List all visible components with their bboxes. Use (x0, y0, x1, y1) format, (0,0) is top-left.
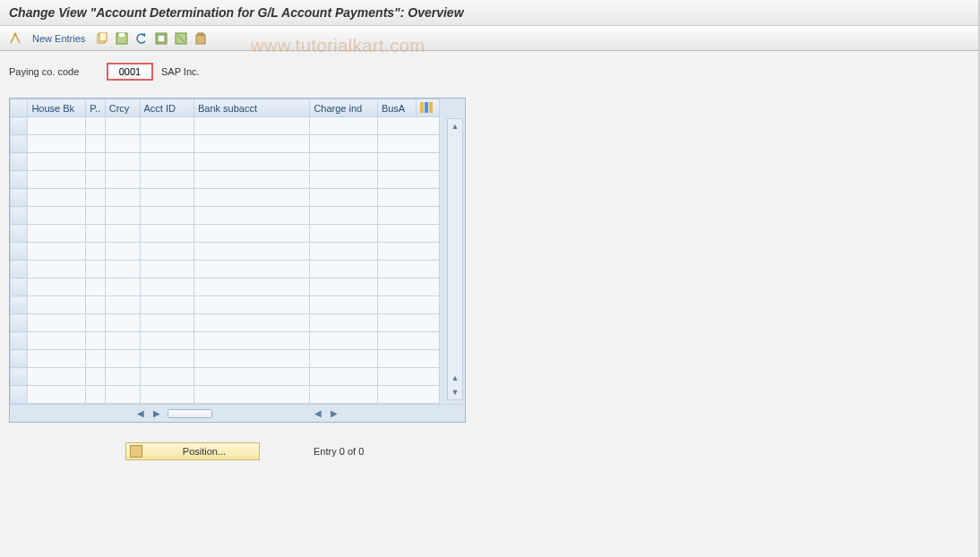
table-row[interactable] (11, 278, 440, 296)
table-row[interactable] (11, 261, 440, 278)
cell-p[interactable] (86, 207, 106, 225)
row-selector[interactable] (11, 117, 28, 135)
scroll-thumb[interactable] (168, 409, 212, 418)
col-header-acct-id[interactable]: Acct ID (140, 99, 193, 117)
scroll-right-last-icon[interactable]: ▶ (329, 408, 340, 418)
row-selector[interactable] (11, 135, 28, 153)
cell-acct-id[interactable] (140, 225, 193, 243)
cell-house-bk[interactable] (28, 189, 86, 207)
cell-crcy[interactable] (105, 225, 140, 243)
cell-house-bk[interactable] (28, 207, 86, 225)
cell-bank-subacct[interactable] (193, 261, 309, 278)
cell-busa[interactable] (377, 171, 439, 189)
cell-busa[interactable] (377, 189, 439, 207)
cell-acct-id[interactable] (140, 189, 193, 207)
col-header-charge-ind[interactable]: Charge ind (310, 99, 378, 117)
table-row[interactable] (11, 314, 440, 332)
table-row[interactable] (11, 153, 440, 171)
cell-charge-ind[interactable] (310, 135, 378, 153)
cell-charge-ind[interactable] (310, 153, 378, 171)
cell-busa[interactable] (377, 243, 439, 261)
row-selector[interactable] (11, 171, 28, 189)
cell-house-bk[interactable] (28, 332, 86, 350)
cell-charge-ind[interactable] (310, 225, 378, 243)
horizontal-scrollbar[interactable]: ◀ ▶ ◀ ▶ (10, 404, 465, 422)
cell-busa[interactable] (377, 314, 439, 332)
cell-p[interactable] (86, 386, 106, 404)
cell-acct-id[interactable] (140, 117, 193, 135)
cell-p[interactable] (86, 243, 106, 261)
cell-p[interactable] (86, 261, 106, 278)
cell-acct-id[interactable] (140, 243, 193, 261)
cell-p[interactable] (86, 225, 106, 243)
cell-bank-subacct[interactable] (193, 189, 309, 207)
cell-busa[interactable] (377, 368, 439, 386)
cell-p[interactable] (86, 296, 106, 314)
cell-p[interactable] (86, 135, 106, 153)
cell-busa[interactable] (377, 117, 439, 135)
cell-p[interactable] (86, 153, 106, 171)
cell-charge-ind[interactable] (310, 243, 378, 261)
cell-charge-ind[interactable] (310, 350, 378, 368)
cell-busa[interactable] (377, 278, 439, 296)
cell-p[interactable] (86, 278, 106, 296)
cell-charge-ind[interactable] (310, 386, 378, 404)
table-row[interactable] (11, 117, 440, 135)
col-header-bank-subacct[interactable]: Bank subacct (193, 99, 309, 117)
configure-columns-icon[interactable] (417, 99, 440, 117)
cell-charge-ind[interactable] (310, 332, 378, 350)
cell-charge-ind[interactable] (310, 207, 378, 225)
row-selector[interactable] (11, 386, 28, 404)
cell-crcy[interactable] (105, 153, 140, 171)
table-row[interactable] (11, 135, 440, 153)
cell-house-bk[interactable] (28, 386, 86, 404)
cell-acct-id[interactable] (140, 171, 193, 189)
cell-crcy[interactable] (105, 117, 140, 135)
col-header-crcy[interactable]: Crcy (105, 99, 140, 117)
scroll-left-first-icon[interactable]: ◀ (135, 408, 146, 418)
cell-busa[interactable] (377, 350, 439, 368)
cell-bank-subacct[interactable] (193, 153, 309, 171)
cell-crcy[interactable] (105, 278, 140, 296)
row-selector[interactable] (11, 225, 28, 243)
cell-crcy[interactable] (105, 207, 140, 225)
cell-bank-subacct[interactable] (193, 332, 309, 350)
scroll-right-icon[interactable]: ◀ (313, 408, 323, 418)
cell-bank-subacct[interactable] (193, 350, 309, 368)
cell-bank-subacct[interactable] (193, 314, 309, 332)
scroll-left-icon[interactable]: ▶ (151, 408, 162, 418)
cell-charge-ind[interactable] (310, 117, 378, 135)
row-selector[interactable] (11, 261, 28, 278)
scroll-up-icon[interactable]: ▲ (448, 119, 462, 133)
col-header-busa[interactable]: BusA (377, 99, 416, 117)
cell-charge-ind[interactable] (310, 278, 378, 296)
cell-house-bk[interactable] (28, 261, 86, 278)
cell-crcy[interactable] (105, 296, 140, 314)
row-selector[interactable] (11, 314, 28, 332)
cell-bank-subacct[interactable] (193, 135, 309, 153)
cell-bank-subacct[interactable] (193, 207, 309, 225)
cell-busa[interactable] (377, 225, 439, 243)
cell-crcy[interactable] (105, 171, 140, 189)
cell-busa[interactable] (377, 135, 439, 153)
row-selector[interactable] (11, 207, 28, 225)
cell-bank-subacct[interactable] (193, 386, 309, 404)
cell-busa[interactable] (377, 153, 439, 171)
cell-crcy[interactable] (105, 368, 140, 386)
scroll-down-icon-2[interactable]: ▼ (448, 385, 462, 399)
cell-house-bk[interactable] (28, 278, 86, 296)
cell-acct-id[interactable] (140, 261, 193, 278)
cell-acct-id[interactable] (140, 153, 193, 171)
paying-co-code-input[interactable] (107, 64, 152, 80)
cell-acct-id[interactable] (140, 350, 193, 368)
vertical-scrollbar[interactable]: ▲ ▲ ▼ (447, 118, 463, 400)
cell-charge-ind[interactable] (310, 314, 378, 332)
cell-house-bk[interactable] (28, 153, 86, 171)
cell-crcy[interactable] (105, 189, 140, 207)
cell-bank-subacct[interactable] (193, 278, 309, 296)
row-selector[interactable] (11, 278, 28, 296)
cell-p[interactable] (86, 314, 106, 332)
table-row[interactable] (11, 243, 440, 261)
cell-bank-subacct[interactable] (193, 243, 309, 261)
cell-bank-subacct[interactable] (193, 171, 309, 189)
